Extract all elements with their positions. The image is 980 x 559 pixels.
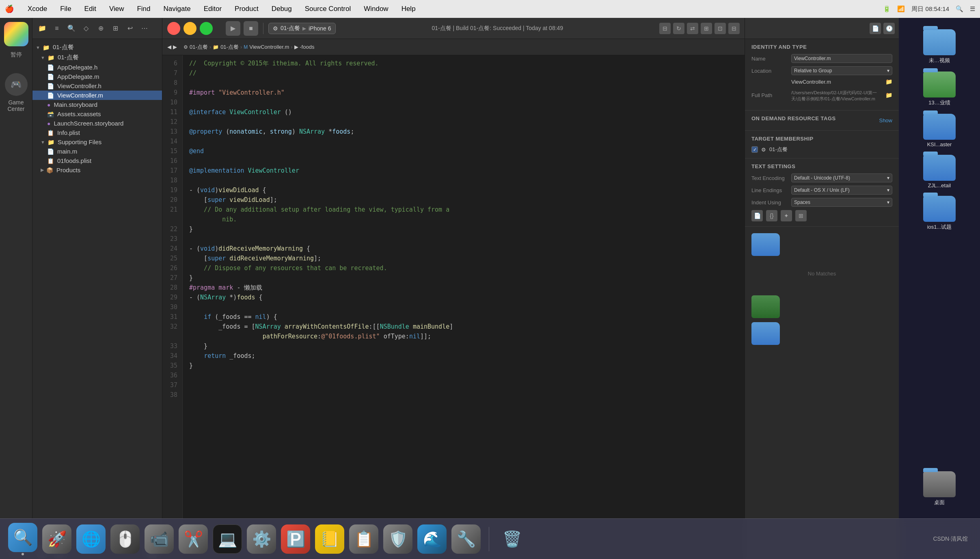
tree-main-storyboard[interactable]: ● Main.storyboard [32, 100, 162, 109]
tree-appdelegate-m-label: AppDelegate.m [57, 73, 99, 80]
tree-appdelegate-h[interactable]: 📄 AppDelegate.h [32, 63, 162, 72]
tree-assets[interactable]: 🗃️ Assets.xcassets [32, 109, 162, 119]
desktop-folder-4[interactable]: ios1...试题 [902, 193, 977, 233]
nav-more-icon[interactable]: ⋯ [139, 23, 150, 34]
run-button[interactable]: ▶ [226, 21, 240, 36]
stop-button[interactable]: ■ [244, 21, 258, 36]
breadcrumb-file[interactable]: M ViewController.m [244, 44, 289, 50]
game-center-icon[interactable]: 🎮 [5, 73, 28, 96]
editor-layout-btn4[interactable]: ⊞ [701, 23, 712, 34]
menubar: 🍎 Xcode File Edit View Find Navigate Edi… [0, 0, 980, 18]
close-button[interactable] [167, 22, 180, 35]
encoding-select[interactable]: Default - Unicode (UTF-8) ▾ [791, 173, 892, 182]
dock-trash[interactable]: 🗑️ [497, 524, 527, 554]
dock-launchpad[interactable]: 🚀 [42, 524, 71, 554]
menu-edit[interactable]: Edit [82, 4, 99, 14]
nav-grid-icon[interactable]: ⊞ [110, 23, 121, 34]
dock-notes[interactable]: 📒 [315, 524, 344, 554]
menu-navigate[interactable]: Navigate [161, 4, 193, 14]
scheme-selector[interactable]: ⚙ 01-点餐 ▶ iPhone 6 [268, 23, 336, 34]
desktop-folder-2[interactable]: KSI...aster [902, 111, 977, 150]
menu-window[interactable]: Window [361, 4, 391, 14]
editor-layout-btn3[interactable]: ⇄ [687, 23, 698, 34]
folder-label-desktop-0: 未…视频 [929, 57, 950, 64]
text-settings-btn4[interactable]: ⊞ [795, 210, 807, 221]
code-content[interactable]: // Copyright © 2015年 itheima. All rights… [183, 55, 745, 559]
menubar-battery: 🔋 [883, 5, 891, 13]
nav-folder-icon[interactable]: 📁 [37, 23, 48, 34]
tree-info-plist[interactable]: 📋 Info.plist [32, 128, 162, 137]
nav-add-icon[interactable]: ⊕ [95, 23, 106, 34]
tree-group-main[interactable]: ▼ 📁 01-点餐 [32, 52, 162, 63]
nav-list-icon[interactable]: ≡ [51, 23, 63, 34]
fullpath-folder-icon[interactable]: 📁 [885, 92, 892, 98]
menu-editor[interactable]: Editor [201, 4, 224, 14]
dock-app2[interactable]: 📋 [349, 524, 378, 554]
indent-select[interactable]: Spaces ▾ [791, 198, 892, 207]
dock-video[interactable]: 📹 [145, 524, 174, 554]
dock-tools[interactable]: ✂️ [179, 524, 208, 554]
breadcrumb-project[interactable]: ⚙ 01-点餐 [183, 43, 208, 51]
tree-viewcontroller-h[interactable]: 📄 ViewController.h [32, 81, 162, 91]
dock-app1[interactable]: 🅿️ [281, 524, 310, 554]
dock-settings[interactable]: ⚙️ [247, 524, 276, 554]
nav-diamond-icon[interactable]: ◇ [80, 23, 92, 34]
tree-foods-plist[interactable]: 📋 01foods.plist [32, 156, 162, 165]
rpanel-clock-btn[interactable]: 🕐 [883, 23, 895, 34]
menu-help[interactable]: Help [399, 4, 418, 14]
menu-product[interactable]: Product [232, 4, 261, 14]
menu-xcode[interactable]: Xcode [25, 4, 50, 14]
tree-root[interactable]: ▼ 📁 01-点餐 [32, 42, 162, 52]
breadcrumb-nav-back[interactable]: ◀ [167, 44, 171, 50]
dock-app5[interactable]: 🔧 [451, 524, 481, 554]
desktop-folder-3[interactable]: ZJL...etail [902, 152, 977, 191]
breadcrumb-nav-fwd[interactable]: ▶ [173, 44, 177, 50]
apple-menu[interactable]: 🍎 [5, 4, 14, 13]
nav-search-icon[interactable]: 🔍 [66, 23, 77, 34]
desktop-folder-1[interactable]: 13…业绩 [902, 69, 977, 109]
menu-file[interactable]: File [58, 4, 73, 14]
tree-viewcontroller-m[interactable]: 📄 ViewController.m [32, 91, 162, 100]
lineendings-select[interactable]: Default - OS X / Unix (LF) ▾ [791, 186, 892, 195]
menu-view[interactable]: View [107, 4, 127, 14]
show-button[interactable]: Show [879, 117, 892, 124]
menu-debug[interactable]: Debug [269, 4, 294, 14]
editor-layout-btn6[interactable]: ⊟ [728, 23, 740, 34]
tree-launch-storyboard[interactable]: ● LaunchScreen.storyboard [32, 119, 162, 128]
folder-icon[interactable]: 📁 [885, 78, 892, 85]
text-settings-btn2[interactable]: {} [766, 210, 777, 221]
nav-back-icon[interactable]: ↩ [124, 23, 136, 34]
menubar-menu[interactable]: ☰ [970, 5, 975, 13]
watch-sidebar: 暂停 🎮 Game Center Watch [0, 18, 32, 559]
dock-safari[interactable]: 🌐 [76, 524, 106, 554]
dock-app4[interactable]: 🌊 [417, 524, 447, 554]
location-select[interactable]: Relative to Group ▾ [791, 66, 892, 75]
desktop-folder-0[interactable]: 未…视频 [902, 27, 977, 67]
dock-terminal[interactable]: 💻 [213, 524, 242, 554]
menubar-search[interactable]: 🔍 [956, 5, 963, 13]
menu-find[interactable]: Find [134, 4, 153, 14]
maximize-button[interactable] [200, 22, 213, 35]
breadcrumb-symbol[interactable]: ▶ -foods [294, 44, 315, 50]
editor-layout-btn1[interactable]: ⊟ [659, 23, 671, 34]
text-settings-btn3[interactable]: ✦ [781, 210, 792, 221]
tree-appdelegate-m[interactable]: 📄 AppDelegate.m [32, 72, 162, 81]
rpanel-file-btn[interactable]: 📄 [870, 23, 881, 34]
name-input[interactable]: ViewController.m [791, 54, 892, 63]
desktop-folder-5[interactable]: 桌面 [902, 469, 977, 509]
dock-mouse[interactable]: 🖱️ [110, 524, 140, 554]
editor-layout-btn5[interactable]: ⊡ [714, 23, 726, 34]
breadcrumb-group[interactable]: 📁 01-点餐 [213, 43, 239, 51]
tree-products-label: Products [56, 167, 80, 173]
tree-main-m[interactable]: 📄 main.m [32, 147, 162, 156]
tree-supporting-files[interactable]: ▼ 📁 Supporting Files [32, 137, 162, 147]
menu-source-control[interactable]: Source Control [302, 4, 353, 14]
editor-layout-btn2[interactable]: ↻ [673, 23, 684, 34]
dock-app3[interactable]: 🛡️ [383, 524, 412, 554]
minimize-button[interactable] [183, 22, 196, 35]
target-checkbox[interactable] [751, 146, 758, 153]
dock-finder[interactable]: 🔍 [8, 523, 37, 555]
desktop-right: 未…视频 13…业绩 KSI...aster ZJL...etail ios1.… [899, 18, 980, 559]
text-settings-btn1[interactable]: 📄 [751, 210, 763, 221]
tree-products[interactable]: ▶ 📦 Products [32, 165, 162, 175]
